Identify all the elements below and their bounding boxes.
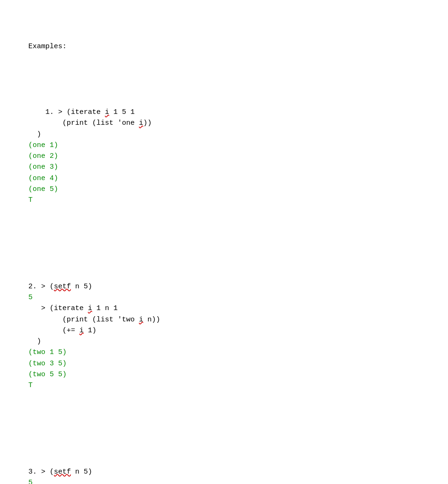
page-header: Examples:	[28, 41, 420, 52]
section-3: 3. > (setf n 5) 5 > (iterate i 1 n 1 (pr…	[28, 456, 420, 484]
section-2-output-2: (two 3 5)	[28, 360, 67, 368]
main-content: Examples: 1. > (iterate i 1 5 1 (print (…	[28, 19, 420, 484]
section-1-output-5: (one 5)	[28, 185, 58, 193]
section-1-input-line-1: > (iterate i 1 5 1	[58, 108, 135, 116]
section-1-output-3: (one 3)	[28, 163, 58, 171]
section-1-number: 1.	[45, 108, 58, 116]
section-1: 1. > (iterate i 1 5 1 (print (list 'one …	[28, 96, 420, 217]
section-1-output-t: T	[28, 196, 33, 204]
section-3-output-setf: 5	[28, 479, 33, 484]
section-2-input-line-3: (+= i 1)	[28, 327, 96, 335]
section-2-output-3: (two 5 5)	[28, 371, 67, 379]
section-1-input-line-2: (print (list 'one i))	[28, 119, 152, 127]
section-2-input-line-4: )	[28, 337, 41, 346]
section-1-output-2: (one 2)	[28, 152, 58, 160]
section-2-input-line-2: (print (list 'two i n))	[28, 316, 160, 324]
section-1-output-1: (one 1)	[28, 141, 58, 149]
section-3-number: 3. > (setf n 5)	[28, 468, 92, 476]
section-2-output-setf: 5	[28, 294, 33, 302]
section-2-input-line-1: > (iterate i 1 n 1	[28, 304, 118, 312]
section-2: 2. > (setf n 5) 5 > (iterate i 1 n 1 (pr…	[28, 270, 420, 402]
section-1-input-line-3: )	[28, 130, 41, 138]
section-1-output-4: (one 4)	[28, 174, 58, 182]
section-2-number: 2. > (setf n 5)	[28, 283, 92, 291]
section-2-output-1: (two 1 5)	[28, 348, 67, 356]
section-2-output-t: T	[28, 381, 33, 389]
